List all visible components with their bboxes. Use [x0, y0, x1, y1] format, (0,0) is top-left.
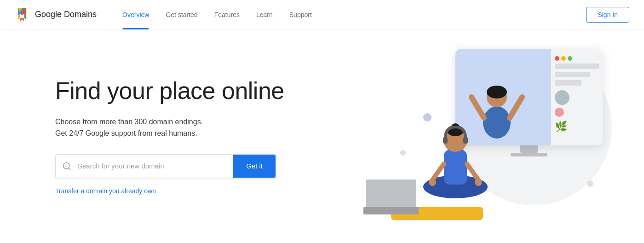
nav-item-support[interactable]: Support: [282, 0, 319, 29]
nav-item-learn[interactable]: Learn: [249, 0, 280, 29]
svg-point-26: [429, 179, 436, 186]
hero-subtitle-line1: Choose from more than 300 domain endings…: [55, 118, 203, 126]
google-domains-logo-icon: [15, 6, 31, 23]
sidebar-bar-3: [555, 80, 581, 86]
get-it-button[interactable]: Get it: [233, 154, 276, 178]
plant-decoration: 🌿: [555, 121, 599, 133]
svg-line-14: [510, 97, 522, 118]
header: Google Domains Overview Get started Feat…: [0, 0, 644, 29]
sign-in-button[interactable]: Sign In: [586, 7, 629, 23]
svg-point-12: [487, 86, 507, 98]
search-icon: [62, 162, 71, 171]
decorative-dot-3: [587, 180, 593, 187]
hero-title: Find your place online: [55, 77, 294, 105]
monitor-stand: [520, 145, 538, 153]
search-icon-wrap: [56, 154, 78, 178]
hero-left: Find your place online Choose from more …: [55, 77, 294, 195]
domain-search-input[interactable]: [78, 162, 233, 170]
yoga-figure-svg: [409, 99, 501, 210]
sidebar-circle: [555, 90, 569, 105]
monitor-wrap: 🌿: [354, 40, 621, 233]
logo-text: Google Domains: [35, 10, 97, 19]
monitor-right-col: 🌿: [551, 49, 603, 145]
decorative-dot-2: [400, 150, 406, 156]
main-nav: Overview Get started Features Learn Supp…: [115, 0, 586, 29]
main-content: Find your place online Choose from more …: [0, 29, 644, 243]
svg-point-27: [475, 179, 482, 186]
sidebar-bar-2: [555, 72, 590, 77]
hero-illustration: 🌿: [331, 29, 644, 243]
nav-item-get-started[interactable]: Get started: [158, 0, 205, 29]
sidebar-bar-1: [555, 64, 599, 69]
svg-line-9: [69, 168, 70, 170]
hero-subtitle: Choose from more than 300 domain endings…: [55, 116, 294, 139]
nav-item-features[interactable]: Features: [207, 0, 247, 29]
nav-item-overview[interactable]: Overview: [115, 0, 156, 29]
transfer-domain-link[interactable]: Transfer a domain you already own: [55, 187, 156, 195]
hero-subtitle-line2: Get 24/7 Google support from real humans…: [55, 129, 197, 137]
svg-rect-23: [463, 137, 468, 144]
monitor-base: [511, 153, 547, 156]
logo[interactable]: Google Domains: [15, 6, 97, 23]
search-container: Get it: [55, 154, 276, 178]
sidebar-circle-2: [555, 108, 564, 117]
svg-rect-22: [443, 137, 448, 144]
